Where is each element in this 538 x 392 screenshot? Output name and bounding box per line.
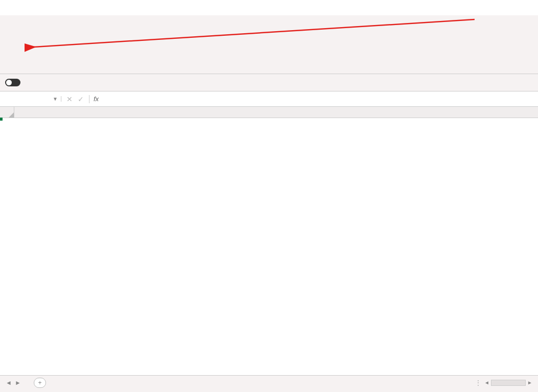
name-box[interactable]: ▼ — [0, 96, 61, 102]
sheet-nav-prev[interactable]: ◄ — [4, 379, 13, 386]
cancel-icon[interactable]: ✕ — [66, 95, 73, 103]
sheet-tabs-bar: ◄ ► + ⋮ ◄► — [0, 375, 538, 389]
fx-icon[interactable]: fx — [89, 95, 103, 103]
annotation-arrow — [25, 18, 485, 54]
ribbon — [0, 15, 538, 74]
svg-marker-2 — [9, 112, 14, 118]
auto-save-toggle[interactable] — [3, 79, 20, 86]
column-headers — [0, 107, 538, 118]
menu-tabs — [0, 0, 538, 15]
horizontal-scrollbar[interactable]: ◄► — [483, 379, 534, 386]
select-all-corner[interactable] — [0, 107, 14, 118]
cell-selection — [0, 118, 2, 120]
sheet-nav-next[interactable]: ► — [13, 379, 23, 386]
formula-bar: ▼ ✕ ✓ fx — [0, 91, 538, 107]
spreadsheet-grid[interactable] — [0, 107, 538, 375]
check-icon[interactable]: ✓ — [78, 95, 84, 103]
toggle-switch-icon[interactable] — [5, 79, 20, 86]
add-sheet-button[interactable]: + — [34, 378, 46, 388]
status-bar — [0, 389, 538, 392]
quick-access-toolbar — [0, 74, 538, 91]
dropdown-icon[interactable]: ▼ — [53, 96, 58, 102]
svg-line-1 — [34, 19, 475, 47]
tab-options-icon[interactable]: ⋮ — [474, 379, 483, 386]
